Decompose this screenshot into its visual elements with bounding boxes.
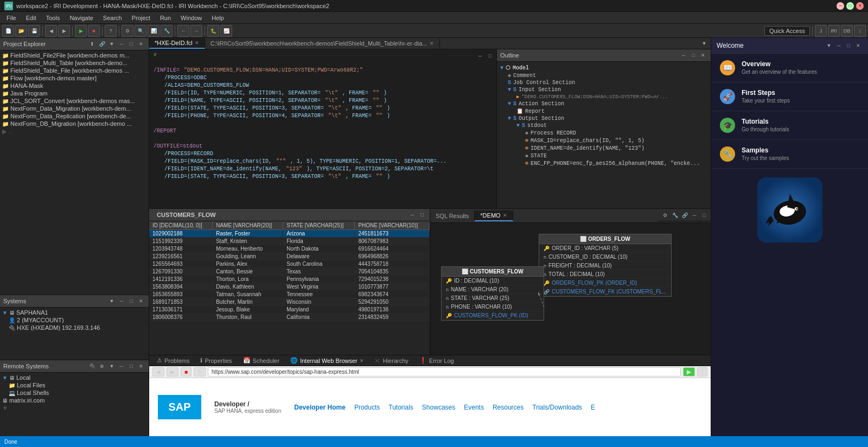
- tb-open-button[interactable]: 📂: [15, 25, 27, 37]
- menu-run[interactable]: Run: [156, 14, 175, 22]
- browser-refresh[interactable]: ↻: [194, 367, 206, 376]
- sys-saphana1[interactable]: ▼ 🖥 SAPHANA1: [0, 309, 149, 316]
- customers-table-container[interactable]: ID [DECIMAL(10, 0)] NAME [VARCHAR(20)] S…: [149, 221, 430, 355]
- tab-hxe-close[interactable]: ✕: [195, 40, 199, 46]
- tab-demo-close[interactable]: ✕: [503, 213, 507, 218]
- tab-hierarchy[interactable]: ⛌ Hierarchy: [369, 356, 414, 365]
- wel-minimize[interactable]: ─: [834, 41, 843, 50]
- tb-debug-button[interactable]: 🐛: [207, 25, 219, 37]
- tb-save-button[interactable]: 💾: [28, 25, 40, 37]
- pe-menu[interactable]: ▼: [107, 40, 116, 48]
- table-row[interactable]: 1653655893Tatman, SusannahTennessee69823…: [149, 291, 430, 298]
- tb-profile-button[interactable]: 📈: [220, 25, 232, 37]
- menu-help[interactable]: Help: [207, 14, 228, 22]
- ed-maximize[interactable]: □: [486, 52, 494, 60]
- sys-hxe[interactable]: 🔌 HXE (HXEADM) 192.169.3.146: [0, 324, 149, 331]
- table-row[interactable]: 1412191336Thorton, LoraPennsylvania72940…: [149, 276, 430, 283]
- sql-tb-btn2[interactable]: 🔧: [671, 211, 679, 220]
- close-button[interactable]: ✕: [856, 2, 864, 10]
- rem-btn2[interactable]: ⊕: [98, 362, 106, 371]
- proj-nextform-replication[interactable]: 📁NextForm_Data_Replication [workbench-de…: [0, 112, 149, 120]
- pe-collapse-all[interactable]: ⬆: [88, 40, 97, 48]
- sap-nav-developer-home[interactable]: Developer Home: [294, 404, 346, 411]
- outline-action-section[interactable]: ▼ S Action Section: [499, 100, 709, 107]
- outline-ident-name[interactable]: ⊛ IDENT_NAME=de_identify(NAME, "123"): [499, 144, 709, 152]
- ed-minimize[interactable]: ─: [476, 52, 484, 60]
- pe-close[interactable]: ✕: [137, 40, 145, 48]
- browser-stop[interactable]: ■: [181, 367, 192, 376]
- outline-report[interactable]: 📋 Report: [499, 107, 709, 115]
- wel-close[interactable]: ✕: [854, 41, 863, 50]
- menu-window[interactable]: Window: [176, 14, 206, 22]
- tb-perspective-git[interactable]: ↕: [854, 25, 866, 37]
- outline-state[interactable]: ◆ STATE: [499, 152, 709, 159]
- rem-local[interactable]: ▼ 🖥 Local: [0, 374, 149, 381]
- tb-perspective-java[interactable]: J: [815, 25, 827, 37]
- welcome-samples[interactable]: 🔧 Samples Try out the samples: [711, 140, 868, 169]
- wel-menu[interactable]: ▼: [825, 41, 833, 50]
- tb-back-button[interactable]: ◀: [45, 25, 57, 37]
- outline-job-control[interactable]: S Job Control Section: [499, 79, 709, 86]
- outline-input-value[interactable]: ▶ "DEMO.CUSTOMERS_FLOW;DSN=HANA;UID=SYST…: [499, 93, 709, 100]
- sql-tb-btn1[interactable]: ⚙: [661, 211, 669, 220]
- pe-link[interactable]: 🔗: [98, 40, 106, 48]
- tab-internal-browser[interactable]: 🌐 Internal Web Browser ✕: [285, 356, 369, 365]
- tab-fieldshield-er[interactable]: C:\IRI\CoSort95\workbench\workbench-demo…: [205, 39, 440, 48]
- minimize-button[interactable]: ─: [837, 2, 844, 10]
- pe-minimize[interactable]: ─: [117, 40, 126, 48]
- tb-btn-7[interactable]: 📊: [148, 25, 159, 37]
- table-row[interactable]: 1713036171Jessup, BlakeMaryland498019713…: [149, 306, 430, 314]
- sap-nav-resources[interactable]: Resources: [493, 404, 524, 411]
- tb-perspective-iri[interactable]: IRI: [828, 25, 840, 37]
- table-row[interactable]: 1239216561Goulding, LeannDelaware6964968…: [149, 253, 430, 260]
- menu-navigate[interactable]: Navigate: [65, 14, 97, 22]
- tab-browser-close[interactable]: ✕: [360, 358, 364, 363]
- outline-output-section[interactable]: ▼ S Output Section: [499, 115, 709, 122]
- sys-minimize[interactable]: ─: [117, 297, 126, 305]
- tb-fwd-button[interactable]: ▶: [58, 25, 70, 37]
- tab-er-close[interactable]: ✕: [430, 41, 434, 46]
- browser-url-input[interactable]: [208, 367, 681, 376]
- sys-myaccount[interactable]: 👤 2 (MYACCOUNT): [0, 316, 149, 324]
- tb-btn-6[interactable]: 🔍: [135, 25, 146, 37]
- tb-run-button[interactable]: ▶: [75, 25, 87, 37]
- proj-java-program[interactable]: 📁Java Program: [0, 90, 149, 97]
- rem-local-files[interactable]: 📁 Local Files: [0, 381, 149, 389]
- welcome-first-steps[interactable]: 🚀 First Steps Take your first steps: [711, 82, 868, 111]
- out-minimize[interactable]: ─: [679, 51, 688, 60]
- outline-model[interactable]: ▼ ⬡ Model: [499, 64, 709, 72]
- tb-help-button[interactable]: ?: [105, 25, 117, 37]
- tb-btn-5[interactable]: ⚙: [122, 25, 133, 37]
- proj-hana-mask[interactable]: 📁HANA-Mask: [0, 82, 149, 90]
- browser-go[interactable]: ▶: [683, 367, 695, 376]
- quick-access-box[interactable]: Quick Access: [764, 26, 810, 36]
- maximize-button[interactable]: □: [846, 2, 854, 10]
- menu-project[interactable]: Project: [127, 14, 155, 22]
- sap-nav-products[interactable]: Products: [354, 404, 380, 411]
- sql-minimize[interactable]: ─: [690, 211, 699, 220]
- tb-perspective-db[interactable]: DB: [841, 25, 853, 37]
- outline-input-section[interactable]: ▼ S Input Section: [499, 86, 709, 93]
- menu-tools[interactable]: Tools: [42, 14, 65, 22]
- col-state[interactable]: STATE [VARCHAR(25)]: [283, 221, 355, 230]
- col-phone[interactable]: PHONE [VARCHAR(10)]: [355, 221, 430, 230]
- sap-nav-showcases[interactable]: Showcases: [422, 404, 455, 411]
- rem-local-shells[interactable]: 💻 Local Shells: [0, 389, 149, 397]
- browser-back[interactable]: ◀: [152, 367, 164, 376]
- outline-enc-phone[interactable]: ⊛ ENC_FP_PHONE=enc_fp_aes256_alphanum(PH…: [499, 159, 709, 167]
- outline-process-record[interactable]: ◆ Process RECORD: [499, 129, 709, 137]
- rem-minimize[interactable]: ─: [117, 362, 126, 371]
- menu-file[interactable]: File: [2, 14, 21, 22]
- welcome-tutorials[interactable]: 🎓 Tutorials Go through tutorials: [711, 111, 868, 140]
- browser-external[interactable]: ⤴: [697, 367, 707, 376]
- rem-btn1[interactable]: 🔌: [88, 362, 97, 371]
- outline-stdout[interactable]: ▼ S stdout: [499, 122, 709, 129]
- tb-btn-9[interactable]: ←: [177, 25, 189, 37]
- rem-matrix[interactable]: 🖥 matrix.iri.com: [0, 397, 149, 404]
- browser-forward[interactable]: ▶: [167, 367, 178, 376]
- sql-tb-btn3[interactable]: 🔗: [680, 211, 689, 220]
- proj-fieldshield-multi[interactable]: 📁FieldShield_Multi_Table [workbench-demo…: [0, 59, 149, 67]
- rem-menu[interactable]: ▼: [107, 362, 116, 371]
- proj-fieldshield-table[interactable]: 📁FieldShield_Table_File [workbench-demos…: [0, 67, 149, 74]
- tab-sql-results[interactable]: SQL Results: [430, 211, 475, 221]
